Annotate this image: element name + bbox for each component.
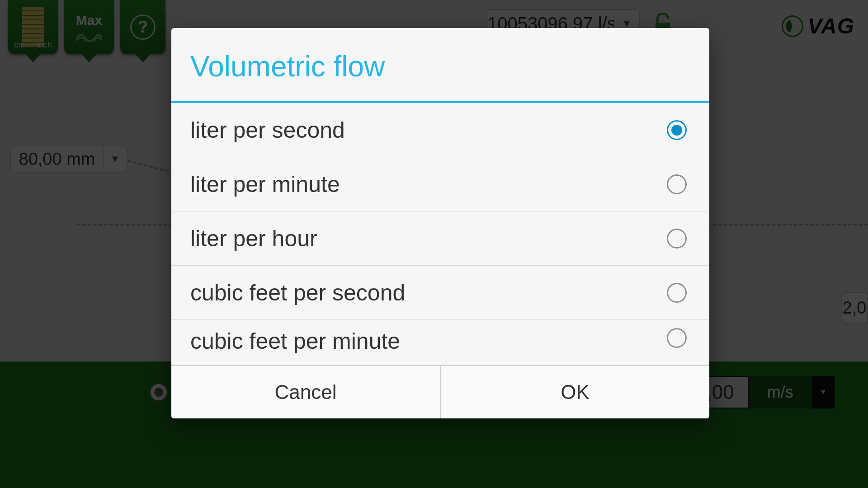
radio-icon [667,174,687,194]
option-liter-per-hour[interactable]: liter per hour [171,211,709,266]
radio-icon [667,283,687,303]
option-label: liter per second [190,117,345,143]
option-label: cubic feet per second [190,280,405,306]
option-liter-per-minute[interactable]: liter per minute [171,157,709,211]
option-label: liter per hour [190,225,317,252]
option-cubic-feet-per-second[interactable]: cubic feet per second [171,266,709,320]
radio-icon [667,120,687,140]
radio-icon [667,229,687,249]
option-label: cubic feet per minute [190,328,400,354]
unit-option-list: liter per second liter per minute liter … [171,103,709,365]
radio-icon [667,328,687,348]
volumetric-flow-dialog: Volumetric flow liter per second liter p… [171,28,709,418]
dialog-button-row: Cancel OK [171,365,709,418]
option-cubic-feet-per-minute[interactable]: cubic feet per minute [171,320,709,365]
option-label: liter per minute [190,171,340,197]
ok-button[interactable]: OK [441,366,709,418]
dialog-title: Volumetric flow [171,28,709,101]
cancel-button[interactable]: Cancel [171,366,441,418]
option-liter-per-second[interactable]: liter per second [171,103,709,157]
